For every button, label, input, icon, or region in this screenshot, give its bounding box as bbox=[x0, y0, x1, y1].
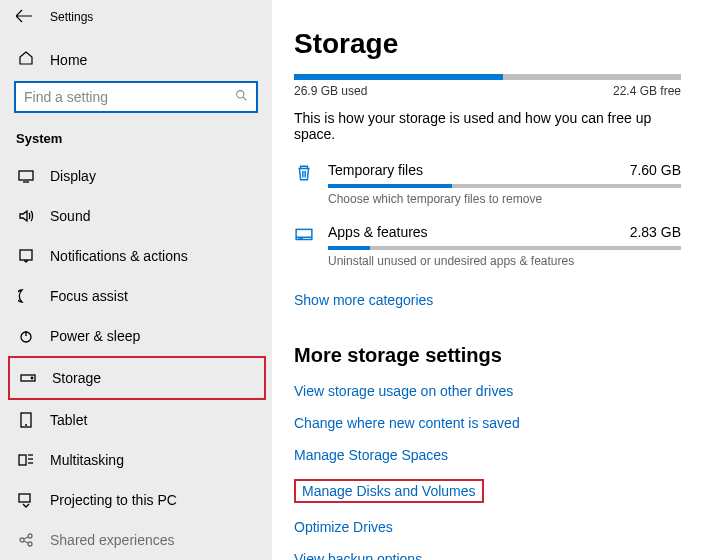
category-apps[interactable]: Apps & features 2.83 GB Uninstall unused… bbox=[294, 224, 681, 268]
sidebar-item-label: Storage bbox=[52, 370, 101, 386]
tablet-icon bbox=[18, 412, 34, 428]
sidebar-item-projecting[interactable]: Projecting to this PC bbox=[0, 480, 272, 520]
display-icon bbox=[18, 168, 34, 184]
link-other-drives[interactable]: View storage usage on other drives bbox=[294, 383, 513, 399]
projecting-icon bbox=[18, 492, 34, 508]
home-label: Home bbox=[50, 52, 87, 68]
search-container bbox=[0, 81, 272, 113]
category-name: Apps & features bbox=[328, 224, 428, 240]
search-input[interactable] bbox=[24, 89, 235, 105]
storage-used: 26.9 GB used bbox=[294, 84, 367, 98]
link-disks-volumes[interactable]: Manage Disks and Volumes bbox=[302, 483, 476, 499]
svg-point-8 bbox=[31, 377, 33, 379]
sound-icon bbox=[18, 208, 34, 224]
svg-point-18 bbox=[28, 542, 32, 546]
highlight-disks-volumes: Manage Disks and Volumes bbox=[294, 479, 484, 503]
back-button[interactable] bbox=[16, 8, 32, 26]
sidebar-item-tablet[interactable]: Tablet bbox=[0, 400, 272, 440]
svg-rect-4 bbox=[20, 250, 32, 260]
link-optimize[interactable]: Optimize Drives bbox=[294, 519, 393, 535]
svg-point-24 bbox=[301, 238, 302, 239]
storage-bar-fill bbox=[294, 74, 503, 80]
sidebar-item-label: Projecting to this PC bbox=[50, 492, 177, 508]
sidebar-item-label: Tablet bbox=[50, 412, 87, 428]
search-icon bbox=[235, 89, 248, 105]
svg-rect-15 bbox=[19, 494, 30, 502]
page-title: Storage bbox=[294, 28, 681, 60]
category-hint: Uninstall unused or undesired apps & fea… bbox=[328, 254, 681, 268]
storage-bar bbox=[294, 74, 681, 80]
sidebar-item-sound[interactable]: Sound bbox=[0, 196, 272, 236]
svg-rect-11 bbox=[19, 455, 26, 465]
svg-line-1 bbox=[243, 97, 246, 100]
sidebar-item-display[interactable]: Display bbox=[0, 156, 272, 196]
storage-desc: This is how your storage is used and how… bbox=[294, 110, 681, 142]
svg-point-17 bbox=[28, 534, 32, 538]
sidebar-item-power[interactable]: Power & sleep bbox=[0, 316, 272, 356]
highlight-storage: Storage bbox=[8, 356, 266, 400]
main-content: Storage 26.9 GB used 22.4 GB free This i… bbox=[272, 0, 701, 560]
notifications-icon bbox=[18, 248, 34, 264]
svg-line-20 bbox=[24, 541, 28, 543]
sidebar-item-shared[interactable]: Shared experiences bbox=[0, 520, 272, 560]
svg-line-19 bbox=[24, 537, 28, 539]
home-icon bbox=[18, 50, 34, 69]
sidebar-item-label: Display bbox=[50, 168, 96, 184]
storage-icon bbox=[20, 370, 36, 386]
category-temp-files[interactable]: Temporary files 7.60 GB Choose which tem… bbox=[294, 162, 681, 206]
svg-point-23 bbox=[299, 238, 300, 239]
storage-bar-labels: 26.9 GB used 22.4 GB free bbox=[294, 84, 681, 98]
sidebar-item-label: Notifications & actions bbox=[50, 248, 188, 264]
sidebar-item-notifications[interactable]: Notifications & actions bbox=[0, 236, 272, 276]
window-title: Settings bbox=[50, 10, 93, 24]
power-icon bbox=[18, 328, 34, 344]
focus-icon bbox=[18, 288, 34, 304]
more-settings-links: View storage usage on other drives Chang… bbox=[294, 383, 681, 560]
sidebar-item-label: Focus assist bbox=[50, 288, 128, 304]
show-more-link[interactable]: Show more categories bbox=[294, 292, 433, 308]
trash-icon bbox=[294, 162, 314, 206]
sidebar-item-label: Multitasking bbox=[50, 452, 124, 468]
sidebar-item-label: Power & sleep bbox=[50, 328, 140, 344]
link-storage-spaces[interactable]: Manage Storage Spaces bbox=[294, 447, 448, 463]
category-name: Temporary files bbox=[328, 162, 423, 178]
link-change-location[interactable]: Change where new content is saved bbox=[294, 415, 520, 431]
more-settings-title: More storage settings bbox=[294, 344, 681, 367]
sidebar-item-label: Shared experiences bbox=[50, 532, 175, 548]
search-box[interactable] bbox=[14, 81, 258, 113]
svg-rect-2 bbox=[19, 171, 33, 180]
sidebar-item-storage[interactable]: Storage bbox=[10, 358, 264, 398]
titlebar: Settings bbox=[0, 0, 272, 34]
sidebar-item-focus[interactable]: Focus assist bbox=[0, 276, 272, 316]
shared-icon bbox=[18, 532, 34, 548]
category-size: 7.60 GB bbox=[630, 162, 681, 178]
sidebar: Settings Home System Display Sound Notif… bbox=[0, 0, 272, 560]
section-label: System bbox=[0, 113, 272, 156]
home-button[interactable]: Home bbox=[0, 40, 272, 79]
sidebar-item-multitasking[interactable]: Multitasking bbox=[0, 440, 272, 480]
apps-icon bbox=[294, 224, 314, 268]
link-backup[interactable]: View backup options bbox=[294, 551, 422, 560]
category-size: 2.83 GB bbox=[630, 224, 681, 240]
svg-point-0 bbox=[237, 91, 244, 98]
category-hint: Choose which temporary files to remove bbox=[328, 192, 681, 206]
svg-point-16 bbox=[20, 538, 24, 542]
storage-free: 22.4 GB free bbox=[613, 84, 681, 98]
multitasking-icon bbox=[18, 452, 34, 468]
sidebar-item-label: Sound bbox=[50, 208, 90, 224]
